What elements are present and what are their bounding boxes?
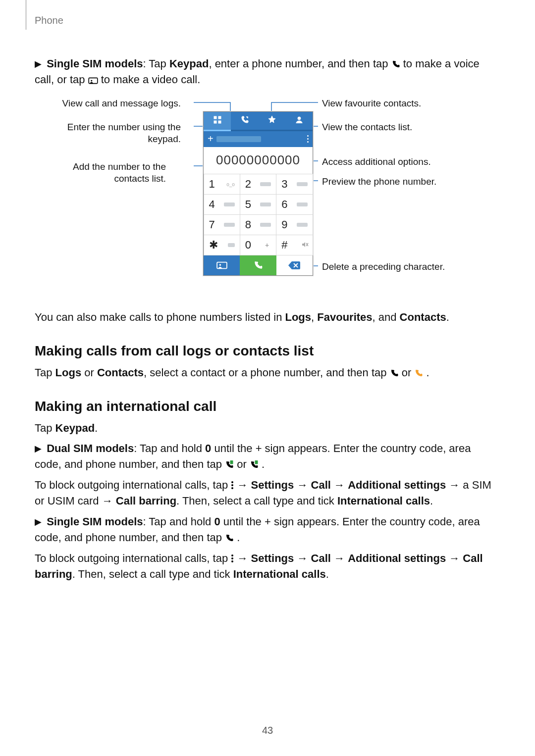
key-4[interactable]: 4	[204, 194, 240, 215]
vertical-dots-icon	[231, 481, 234, 490]
add-to-contacts-label[interactable]	[216, 136, 261, 142]
plus-icon[interactable]: +	[208, 133, 214, 145]
label-single-sim: Single SIM models	[47, 57, 143, 70]
key-2[interactable]: 2	[240, 174, 276, 195]
svg-point-17	[231, 487, 233, 489]
svg-rect-5	[218, 121, 221, 123]
bullet-triangle-icon: ▶	[35, 57, 42, 70]
mute-icon	[302, 241, 309, 250]
dial-keypad: 1o_o 2 3 4 5 6 7 8 9 ✱ 0+ #	[204, 174, 313, 255]
backspace-button[interactable]	[276, 255, 313, 275]
key-3[interactable]: 3	[276, 174, 313, 195]
paragraph-dual-sim: ▶ Dual SIM models: Tap and hold 0 until …	[35, 441, 500, 472]
bullet-triangle-icon: ▶	[35, 515, 42, 528]
key-star[interactable]: ✱	[204, 235, 240, 255]
phone-sim2-icon	[250, 460, 259, 469]
svg-rect-2	[214, 116, 216, 119]
video-call-icon	[88, 77, 98, 85]
callout-more-options: Access additional options.	[322, 156, 451, 168]
key-0[interactable]: 0+	[240, 235, 276, 255]
callout-view-logs: View call and message logs.	[52, 98, 181, 109]
heading-calls-from-logs: Making calls from call logs or contacts …	[35, 343, 500, 359]
add-to-contacts-row: +	[204, 131, 313, 147]
callout-delete-char: Delete a preceding character.	[322, 261, 451, 273]
svg-point-15	[231, 481, 233, 483]
svg-point-20	[231, 560, 233, 562]
svg-point-18	[231, 554, 233, 556]
callout-favourites: View favourite contacts.	[322, 98, 451, 109]
more-options-icon[interactable]	[307, 135, 309, 143]
phone-handset-sim-icon	[414, 369, 423, 378]
call-log-icon	[240, 115, 249, 126]
phone-sim1-icon	[225, 460, 234, 469]
svg-rect-13	[230, 460, 233, 464]
tab-logs[interactable]	[231, 112, 258, 130]
keypad-grid-icon	[213, 115, 222, 126]
page-title: Phone	[35, 15, 500, 26]
callout-preview-number: Preview the phone number.	[322, 176, 451, 188]
phone-handset-icon	[391, 60, 400, 69]
person-icon	[295, 115, 304, 126]
tab-favourites[interactable]	[258, 112, 285, 130]
svg-point-10	[219, 264, 221, 266]
key-5[interactable]: 5	[240, 194, 276, 215]
key-1[interactable]: 1o_o	[204, 174, 240, 195]
dialer-tabs	[204, 112, 313, 130]
voice-call-button[interactable]	[240, 255, 276, 275]
label-keypad: Keypad	[169, 57, 209, 70]
callout-contacts: View the contacts list.	[322, 121, 451, 133]
svg-rect-4	[214, 121, 216, 123]
svg-rect-9	[217, 262, 227, 268]
heading-international-call: Making an international call	[35, 399, 500, 414]
phone-dialer-mock: + 00000000000 1o_o 2 3 4 5 6 7 8 9 ✱ 0+	[203, 111, 313, 276]
intro-paragraph: ▶ Single SIM models: Tap Keypad, enter a…	[35, 56, 500, 88]
vertical-dots-icon	[231, 554, 234, 563]
key-6[interactable]: 6	[276, 194, 313, 215]
phone-handset-icon	[390, 369, 399, 378]
after-diagram-paragraph: You can also make calls to phone numbers…	[35, 309, 500, 325]
phone-handset-icon	[225, 534, 234, 543]
key-hash[interactable]: #	[276, 235, 313, 255]
key-7[interactable]: 7	[204, 214, 240, 235]
tab-keypad[interactable]	[204, 112, 231, 130]
paragraph-tap-keypad: Tap Keypad.	[35, 420, 500, 436]
paragraph-block-single: To block outgoing international calls, t…	[35, 551, 500, 582]
svg-point-1	[91, 80, 92, 81]
dialer-diagram: View call and message logs. Enter the nu…	[35, 97, 500, 295]
bullet-triangle-icon: ▶	[35, 442, 42, 455]
paragraph-block-dual: To block outgoing international calls, t…	[35, 477, 500, 509]
star-icon	[268, 115, 276, 126]
svg-rect-0	[89, 78, 98, 83]
svg-rect-3	[218, 116, 221, 119]
video-call-button[interactable]	[204, 255, 240, 275]
key-8[interactable]: 8	[240, 214, 276, 235]
callout-enter-number: Enter the number using the keypad.	[52, 121, 181, 145]
callout-add-contact: Add the number to the contacts list.	[37, 161, 166, 185]
key-9[interactable]: 9	[276, 214, 313, 235]
tab-contacts[interactable]	[285, 112, 313, 130]
number-display: 00000000000	[204, 147, 313, 174]
svg-point-19	[231, 557, 233, 559]
page-number: 43	[0, 725, 535, 736]
paragraph-calls-from-logs: Tap Logs or Contacts, select a contact o…	[35, 365, 500, 381]
svg-rect-14	[255, 460, 258, 464]
paragraph-single-sim: ▶ Single SIM models: Tap and hold 0 unti…	[35, 514, 500, 546]
svg-point-6	[298, 117, 301, 120]
svg-point-16	[231, 484, 233, 486]
